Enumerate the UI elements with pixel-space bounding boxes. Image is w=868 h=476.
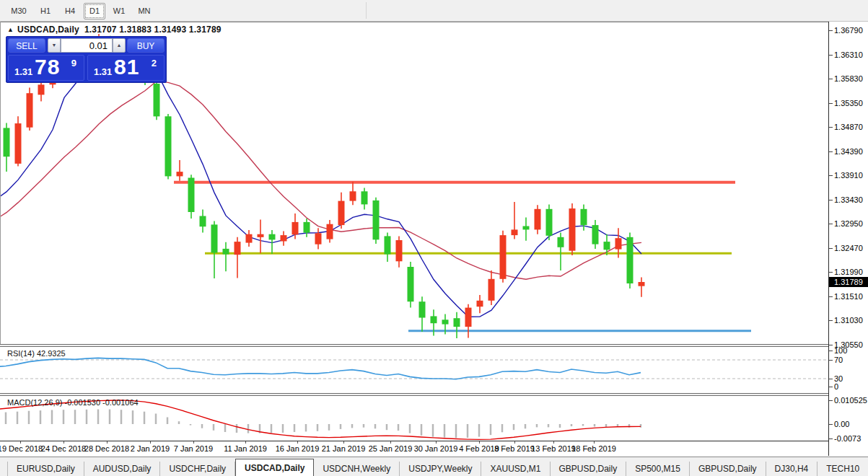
time-axis-tick — [20, 441, 21, 444]
time-axis-label: 16 Jan 2019 — [276, 444, 320, 453]
macd-axis-label: 0.00 — [834, 420, 849, 428]
ma-fast-line — [1, 56, 641, 317]
time-axis-label: 4 Feb 2019 — [459, 444, 499, 453]
timeframe-button-m30[interactable]: M30 — [6, 3, 32, 19]
time-axis-tick — [343, 441, 344, 444]
buy-price-sup: 2 — [152, 58, 157, 69]
price-axis-label: 1.34390 — [834, 147, 863, 156]
timeframe-toolbar: M30H1H4D1W1MN — [0, 0, 868, 22]
price-axis-label: 1.31990 — [834, 268, 863, 276]
buy-button[interactable]: BUY — [127, 38, 165, 53]
chart-tab-sp500-m15[interactable]: SP500,M15 — [626, 462, 690, 476]
chart-tab-audusd-daily[interactable]: AUDUSD,Daily — [84, 462, 161, 476]
price-axis-label: 1.35830 — [834, 74, 863, 83]
chart-symbol-label: USDCAD,Daily — [17, 25, 79, 35]
ma-slow-line — [1, 81, 641, 279]
chart-tab-dj30-h4[interactable]: DJ30,H4 — [766, 462, 818, 476]
chart-tab-gbpusd-daily[interactable]: GBPUSD,Daily — [551, 462, 627, 476]
volume-input[interactable] — [61, 38, 113, 53]
volume-increase-button[interactable]: ▲ — [113, 38, 126, 53]
time-axis-label: 2 Jan 2019 — [131, 444, 170, 453]
rsi-axis-label: 0 — [834, 382, 838, 391]
sell-price-sup: 9 — [71, 58, 76, 69]
macd-axis-label: -0.0073 — [834, 434, 861, 443]
price-axis-border — [828, 22, 829, 456]
time-axis-tick — [390, 441, 391, 444]
time-axis-tick — [594, 441, 595, 444]
time-axis-label: 13 Feb 2019 — [531, 444, 576, 453]
chart-tab-bar: EURUSD,DailyAUDUSD,DailyUSDCHF,DailyUSDC… — [0, 457, 868, 476]
sell-price-big: 78 — [35, 55, 60, 79]
time-axis-label: 28 Dec 2018 — [84, 444, 129, 453]
chart-tab-gbpusd-daily[interactable]: GBPUSD,Daily — [690, 462, 766, 476]
rsi-pane — [0, 347, 828, 393]
chart-ohlc-values: 1.31707 1.31883 1.31493 1.31789 — [84, 25, 222, 35]
time-axis-tick — [150, 441, 151, 444]
time-axis-tick — [297, 441, 298, 444]
chart-tab-usdcad-daily[interactable]: USDCAD,Daily — [235, 459, 314, 476]
price-axis-label: 1.32470 — [834, 244, 863, 252]
rsi-axis-label: 100 — [834, 346, 847, 355]
sell-price-box[interactable]: 1.31 78 9 — [8, 55, 84, 81]
rsi-line — [0, 358, 641, 379]
price-axis[interactable]: 1.367901.363101.358301.353501.348701.343… — [829, 22, 868, 456]
buy-price-big: 81 — [114, 55, 139, 79]
chart-tab-xauusd-m1[interactable]: XAUUSD,M1 — [481, 462, 550, 476]
one-click-trading-panel: SELL ▼ ▲ BUY 1.31 78 9 1.31 81 2 — [6, 36, 167, 83]
time-axis[interactable]: 19 Dec 201824 Dec 201828 Dec 20182 Jan 2… — [0, 441, 828, 456]
time-axis-label: 7 Jan 2019 — [174, 444, 213, 453]
timeframe-button-mn[interactable]: MN — [133, 3, 156, 19]
sell-button[interactable]: SELL — [8, 38, 45, 53]
chart-tab-usdjpy-weekly[interactable]: USDJPY,Weekly — [400, 462, 481, 476]
price-axis-label: 1.31030 — [834, 316, 863, 325]
price-axis-label: 1.35350 — [834, 99, 863, 107]
macd-label: MACD(12,26,9) -0.001530 -0.001064 — [7, 398, 139, 407]
chart-tab-usdchf-daily[interactable]: USDCHF,Daily — [160, 462, 235, 476]
toolbar-separator — [366, 2, 367, 19]
timeframe-button-h4[interactable]: H4 — [59, 3, 81, 19]
buy-price-prefix: 1.31 — [94, 66, 112, 77]
time-axis-tick — [193, 441, 194, 444]
rsi-axis-label: 70 — [834, 356, 843, 364]
price-axis-label: 1.32950 — [834, 219, 863, 228]
volume-decrease-button[interactable]: ▼ — [48, 38, 61, 53]
macd-axis-label: 0.010525 — [834, 396, 867, 405]
sell-price-prefix: 1.31 — [14, 66, 32, 77]
time-axis-label: 24 Dec 2018 — [41, 444, 86, 453]
timeframe-button-w1[interactable]: W1 — [108, 3, 130, 19]
time-axis-label: 30 Jan 2019 — [414, 444, 458, 453]
time-axis-label: 21 Jan 2019 — [322, 444, 366, 453]
chart-tab-tech10[interactable]: TECH10 — [817, 462, 868, 476]
price-axis-label: 1.33910 — [834, 171, 863, 180]
time-axis-tick — [63, 441, 64, 444]
time-axis-tick — [245, 441, 246, 444]
chart-tab-eurusd-daily[interactable]: EURUSD,Daily — [7, 462, 84, 476]
price-axis-label: 1.34870 — [834, 123, 863, 131]
rsi-chart — [0, 347, 828, 393]
collapse-triangle-icon[interactable]: ▲ — [7, 26, 14, 33]
price-axis-label: 1.33430 — [834, 195, 863, 204]
price-axis-label: 1.36310 — [834, 50, 863, 59]
chart-title: ▲USDCAD,Daily 1.31707 1.31883 1.31493 1.… — [7, 25, 222, 35]
time-axis-tick — [514, 441, 515, 444]
time-axis-label: 8 Feb 2019 — [494, 444, 535, 453]
timeframe-button-d1[interactable]: D1 — [84, 3, 105, 19]
time-axis-label: 19 Dec 2018 — [0, 444, 43, 453]
price-axis-label: 1.31510 — [834, 292, 863, 301]
price-axis-label: 1.36790 — [834, 26, 863, 35]
chart-tab-usdcnh-weekly[interactable]: USDCNH,Weekly — [314, 462, 400, 476]
time-axis-label: 18 Feb 2019 — [571, 444, 616, 453]
current-price-badge: 1.31789 — [829, 277, 868, 287]
rsi-label: RSI(14) 42.9325 — [7, 349, 66, 358]
time-axis-label: 25 Jan 2019 — [369, 444, 413, 453]
time-axis-tick — [107, 441, 108, 444]
time-axis-tick — [436, 441, 437, 444]
time-axis-label: 11 Jan 2019 — [224, 444, 267, 453]
time-axis-tick — [553, 441, 554, 444]
buy-price-box[interactable]: 1.31 81 2 — [87, 55, 165, 81]
timeframe-button-h1[interactable]: H1 — [35, 3, 56, 19]
time-axis-tick — [479, 441, 480, 444]
